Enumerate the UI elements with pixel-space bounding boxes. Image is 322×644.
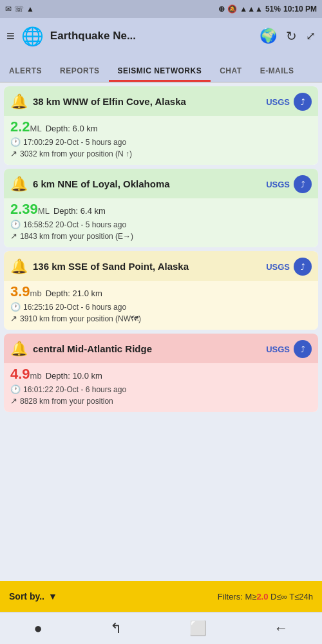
card-top-1: 🔔 38 km WNW of Elfin Cove, Alaska USGS ⤴: [4, 86, 318, 116]
depth-2: Depth: 6.4 km: [53, 206, 106, 216]
menu-button[interactable]: ≡: [6, 28, 15, 44]
magnitude-1: 2.2: [10, 118, 30, 135]
earthquake-card-3[interactable]: 🔔 136 km SSE of Sand Point, Alaska USGS …: [4, 251, 318, 330]
mag-type-1: ML: [30, 124, 42, 133]
sort-label: Sort by..: [9, 591, 44, 601]
usgs-badge-4: USGS: [266, 345, 290, 354]
tab-emails[interactable]: E-MAILS: [251, 60, 303, 82]
card-top-4: 🔔 central Mid-Atlantic Ridge USGS ⤴: [4, 334, 318, 363]
quake-location-3: 136 km SSE of Sand Point, Alaska: [33, 260, 189, 273]
quake-icon-1: 🔔: [10, 93, 28, 110]
depth-4: Depth: 10.0 km: [46, 371, 102, 381]
mag-type-3: mb: [30, 289, 42, 298]
tab-seismic-networks[interactable]: SEISMIC NETWORKS: [109, 60, 211, 82]
magnitude-4: 4.9: [10, 366, 30, 382]
wifi-icon: ▲▲▲: [240, 5, 263, 14]
filter-suffix: D≤∞ T≤24h: [268, 592, 313, 601]
signal-icon: ▲: [26, 5, 34, 14]
battery-level: 51%: [265, 5, 281, 14]
card-top-3: 🔔 136 km SSE of Sand Point, Alaska USGS …: [4, 251, 318, 281]
distance-row-1: ↗ 3032 km from your position (N ↑): [10, 149, 312, 158]
tab-bar: ALERTS REPORTS SEISMIC NETWORKS CHAT E-M…: [0, 54, 322, 82]
nav-back-button[interactable]: ←: [274, 620, 289, 637]
tab-chat[interactable]: CHAT: [211, 60, 251, 82]
mail-icon: ✉: [5, 5, 12, 14]
clock-icon-4: 🕐: [10, 384, 21, 394]
filter-text: Filters: M≥2.0 D≤∞ T≤24h: [218, 592, 313, 601]
card-right-2: USGS ⤴: [266, 175, 312, 193]
status-right: ⊕ 🔕 ▲▲▲ 51% 10:10 PM: [218, 5, 317, 14]
header: ≡ 🌐 Earthquake Ne... 🌍 ↻ ⤢: [0, 18, 322, 54]
mag-type-2: ML: [38, 206, 50, 216]
quake-icon-4: 🔔: [10, 341, 28, 357]
time-text-3: 16:25:16 20-Oct - 6 hours ago: [23, 303, 126, 312]
distance-text-3: 3910 km from your position (NW🗺): [20, 314, 141, 323]
status-bar: ✉ ☏ ▲ ⊕ 🔕 ▲▲▲ 51% 10:10 PM: [0, 0, 322, 18]
usgs-badge-2: USGS: [266, 180, 290, 189]
distance-row-2: ↗ 1843 km from your position (E→): [10, 231, 312, 241]
card-bottom-1: 2.2MLDepth: 6.0 km 🕐 17:00:29 20-Oct - 5…: [4, 116, 318, 165]
quake-icon-2: 🔔: [10, 176, 28, 193]
app-logo-globe: 🌐: [21, 26, 44, 47]
quake-location-1: 38 km WNW of Elfin Cove, Alaska: [33, 95, 186, 108]
compass-icon-3: ↗: [10, 314, 17, 323]
depth-1: Depth: 6.0 km: [46, 124, 98, 133]
magnitude-3: 3.9: [10, 283, 30, 299]
distance-text-2: 1843 km from your position (E→): [20, 232, 133, 241]
nav-square-button[interactable]: ⬜: [189, 620, 207, 637]
expand-icon[interactable]: ⤢: [306, 29, 316, 43]
share-button-1[interactable]: ⤴: [294, 93, 312, 111]
usgs-badge-3: USGS: [266, 262, 290, 272]
card-right-3: USGS ⤴: [266, 258, 312, 276]
earthquake-list: 🔔 38 km WNW of Elfin Cove, Alaska USGS ⤴…: [0, 82, 322, 581]
nav-reply-button[interactable]: ↰: [110, 620, 122, 637]
time-row-2: 🕐 16:58:52 20-Oct - 5 hours ago: [10, 220, 312, 229]
clock-icon-3: 🕐: [10, 302, 21, 312]
tab-alerts[interactable]: ALERTS: [0, 60, 51, 82]
bottom-bar: Sort by.. ▼ Filters: M≥2.0 D≤∞ T≤24h: [0, 581, 322, 612]
quake-location-2: 6 km NNE of Loyal, Oklahoma: [33, 178, 170, 191]
app-title: Earthquake Ne...: [50, 30, 253, 43]
card-left-2: 🔔 6 km NNE of Loyal, Oklahoma: [10, 176, 266, 193]
refresh-icon[interactable]: ↻: [286, 28, 297, 44]
clock-icon-1: 🕐: [10, 137, 21, 147]
distance-row-4: ↗ 8828 km from your position: [10, 396, 312, 406]
status-left: ✉ ☏ ▲: [5, 5, 34, 14]
clock-icon-2: 🕐: [10, 220, 21, 229]
card-bottom-4: 4.9mbDepth: 10.0 km 🕐 16:01:22 20-Oct - …: [4, 363, 318, 412]
share-button-2[interactable]: ⤴: [294, 175, 312, 193]
card-left-4: 🔔 central Mid-Atlantic Ridge: [10, 341, 266, 357]
nav-bar: ● ↰ ⬜ ←: [0, 612, 322, 644]
filter-mag: 2.0: [256, 592, 268, 601]
sort-chevron-icon: ▼: [48, 591, 57, 601]
card-right-4: USGS ⤴: [266, 340, 312, 358]
distance-row-3: ↗ 3910 km from your position (NW🗺): [10, 314, 312, 323]
time-row-1: 🕐 17:00:29 20-Oct - 5 hours ago: [10, 137, 312, 147]
share-button-3[interactable]: ⤴: [294, 258, 312, 276]
card-left-3: 🔔 136 km SSE of Sand Point, Alaska: [10, 258, 266, 275]
time-text-2: 16:58:52 20-Oct - 5 hours ago: [23, 220, 126, 229]
earthquake-card-4[interactable]: 🔔 central Mid-Atlantic Ridge USGS ⤴ 4.9m…: [4, 334, 318, 412]
mag-type-4: mb: [30, 371, 42, 381]
phone-icon: ☏: [14, 5, 24, 14]
time-row-3: 🕐 16:25:16 20-Oct - 6 hours ago: [10, 302, 312, 312]
earthquake-card-1[interactable]: 🔔 38 km WNW of Elfin Cove, Alaska USGS ⤴…: [4, 86, 318, 165]
distance-text-4: 8828 km from your position: [20, 397, 113, 406]
card-left-1: 🔔 38 km WNW of Elfin Cove, Alaska: [10, 93, 266, 110]
usgs-badge-1: USGS: [266, 97, 290, 107]
distance-text-1: 3032 km from your position (N ↑): [20, 149, 132, 158]
depth-3: Depth: 21.0 km: [46, 289, 102, 298]
compass-icon-4: ↗: [10, 396, 17, 406]
share-button-4[interactable]: ⤴: [294, 340, 312, 358]
card-top-2: 🔔 6 km NNE of Loyal, Oklahoma USGS ⤴: [4, 169, 318, 198]
compass-icon-1: ↗: [10, 149, 17, 158]
location-icon: ⊕: [218, 5, 225, 14]
sort-by-button[interactable]: Sort by.. ▼: [9, 591, 57, 601]
earthquake-card-2[interactable]: 🔔 6 km NNE of Loyal, Oklahoma USGS ⤴ 2.3…: [4, 169, 318, 247]
time-text-4: 16:01:22 20-Oct - 6 hours ago: [23, 385, 126, 394]
header-icons: 🌍 ↻ ⤢: [260, 28, 316, 44]
tab-reports[interactable]: REPORTS: [51, 60, 109, 82]
globe-right-icon[interactable]: 🌍: [260, 28, 277, 44]
nav-dot-button[interactable]: ●: [33, 620, 42, 637]
compass-icon-2: ↗: [10, 231, 17, 241]
